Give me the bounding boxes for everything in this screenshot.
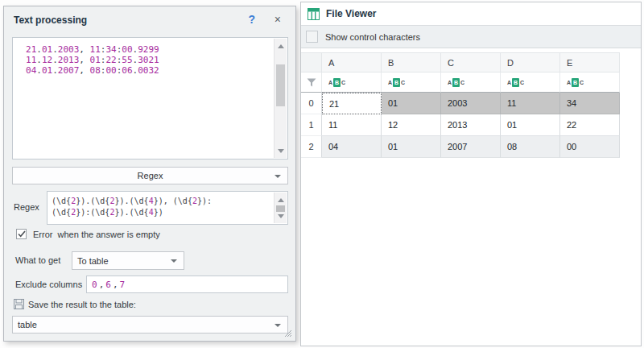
target-table-dropdown[interactable]: table (12, 316, 288, 334)
abc-type-icon: ABC (448, 78, 464, 87)
abc-type-icon: ABC (328, 78, 345, 87)
target-table-value: table (18, 320, 37, 329)
exclude-columns-input[interactable]: 0,6,7 (86, 276, 288, 293)
abc-type-icon: ABC (507, 78, 524, 87)
grid-cell[interactable]: 04 (322, 136, 382, 158)
column-type-cell[interactable]: ABC (501, 72, 560, 93)
row-index[interactable]: 0 (301, 93, 322, 114)
abc-type-icon: ABC (388, 78, 405, 87)
grid-cell[interactable]: 11 (501, 93, 560, 114)
filter-icon (307, 78, 316, 87)
grid-cell[interactable]: 2013 (441, 114, 501, 136)
grid-cell[interactable]: 22 (560, 114, 620, 136)
grid-cell[interactable]: 01 (382, 136, 441, 158)
check-icon (18, 230, 26, 238)
column-header[interactable]: A (322, 52, 382, 72)
text-processing-dialog: Text processing ? × 21.01.2003, 11:34:00… (3, 6, 296, 342)
row-index[interactable]: 2 (301, 136, 322, 158)
chevron-down-icon (171, 259, 177, 263)
grid-cell[interactable]: 08 (501, 136, 560, 158)
abc-type-icon: ABC (567, 78, 584, 87)
filter-row-corner[interactable] (301, 72, 322, 93)
save-result-label: Save the result to the table: (28, 300, 136, 309)
scroll-down-icon[interactable] (275, 145, 287, 156)
error-empty-label: Error when the answer is empty (33, 230, 160, 239)
textarea-scrollbar[interactable] (274, 39, 287, 158)
regex-label: Regex (14, 202, 39, 212)
mode-dropdown[interactable]: Regex (12, 167, 288, 184)
code-line: (\d{2}).(\d{2}).(\d{4}), (\d{2}): (52, 196, 212, 207)
close-icon[interactable]: × (275, 13, 281, 26)
scroll-down-icon[interactable] (275, 210, 287, 222)
column-type-cell[interactable]: ABC (322, 72, 382, 93)
row-index[interactable]: 1 (301, 114, 322, 136)
show-control-row[interactable]: Show control characters (301, 26, 641, 48)
what-to-get-value: To table (77, 256, 109, 266)
column-header[interactable]: B (382, 52, 441, 72)
code-line: 11.12.2013, 01:22:55.3021 (26, 55, 159, 65)
grid-cell[interactable]: 21 (322, 93, 382, 114)
show-control-checkbox[interactable] (306, 31, 318, 43)
column-type-cell[interactable]: ABC (382, 72, 441, 93)
chevron-down-icon (275, 175, 281, 178)
code-line: 21.01.2003, 11:34:00.9299 (26, 44, 159, 55)
file-viewer-title: File Viewer (326, 8, 376, 19)
column-type-cell[interactable]: ABC (441, 72, 501, 93)
file-viewer-panel: File Viewer Show control characters ABCD… (300, 2, 642, 346)
save-icon (14, 299, 24, 309)
exclude-columns-label: Exclude columns (15, 280, 82, 289)
source-text-lines: 21.01.2003, 11:34:00.929911.12.2013, 01:… (26, 44, 159, 76)
what-to-get-dropdown[interactable]: To table (72, 251, 184, 270)
grid-cell[interactable]: 00 (560, 136, 620, 158)
resize-grip[interactable] (283, 328, 292, 338)
file-viewer-header: File Viewer (301, 2, 641, 26)
regex-scrollbar[interactable] (274, 193, 287, 223)
regex-input[interactable]: (\d{2}).(\d{2}).(\d{4}), (\d{2}):(\d{2})… (47, 191, 288, 225)
grid-cell[interactable]: 01 (382, 93, 441, 114)
what-to-get-label: What to get (15, 255, 60, 265)
help-icon[interactable]: ? (248, 13, 255, 26)
source-text-area[interactable]: 21.01.2003, 11:34:00.929911.12.2013, 01:… (12, 37, 288, 160)
column-type-cell[interactable]: ABC (560, 72, 620, 93)
column-header[interactable]: C (441, 52, 501, 72)
scroll-up-icon[interactable] (275, 194, 287, 205)
chevron-down-icon (275, 324, 281, 327)
error-empty-checkbox[interactable] (16, 229, 27, 239)
table-icon (308, 8, 320, 20)
grid-cell[interactable]: 2007 (441, 136, 501, 158)
exclude-columns-value: 0,6,7 (92, 280, 126, 290)
column-header[interactable]: D (501, 52, 560, 72)
grid-cell[interactable]: 01 (501, 114, 560, 136)
code-line: (\d{2}):(\d{2}).(\d{4}) (52, 207, 212, 218)
regex-text-lines: (\d{2}).(\d{2}).(\d{4}), (\d{2}):(\d{2})… (52, 196, 212, 218)
grid-cell[interactable]: 34 (560, 93, 620, 114)
dialog-title: Text processing (14, 14, 87, 26)
grid-corner-cell (301, 52, 322, 72)
save-result-row: Save the result to the table: (14, 299, 136, 309)
mode-dropdown-value: Regex (138, 171, 163, 180)
grid-cell[interactable]: 12 (382, 114, 441, 136)
code-line: 04.01.2007, 08:00:06.0032 (26, 65, 159, 76)
grid-cell[interactable]: 11 (322, 114, 382, 136)
file-grid: ABCDEABCABCABCABCABC02101200311341111220… (301, 52, 641, 158)
grid-cell[interactable]: 2003 (441, 93, 501, 114)
scrollbar-thumb[interactable] (276, 64, 285, 106)
error-empty-row[interactable]: Error when the answer is empty (16, 229, 160, 239)
column-header[interactable]: E (560, 52, 620, 72)
scroll-up-icon[interactable] (275, 40, 287, 52)
show-control-label: Show control characters (325, 32, 420, 42)
